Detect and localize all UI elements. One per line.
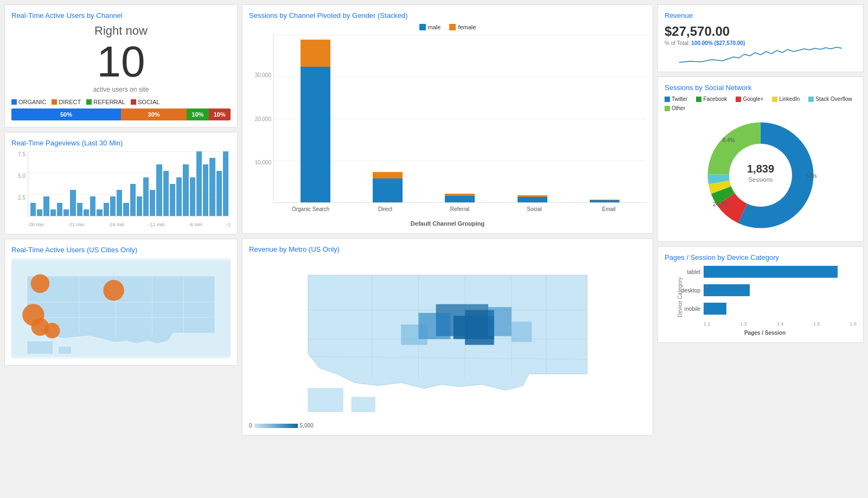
twitter-label: Twitter: [672, 96, 687, 102]
legend-male: male: [419, 24, 441, 30]
bar-organic-male: [301, 67, 330, 202]
direct-label: DIRECT: [59, 99, 81, 105]
pageview-bar: [37, 209, 42, 216]
referral-label: REFERRAL: [93, 99, 125, 105]
device-x-label: Pages / Session: [673, 330, 857, 336]
tick-14: 1.4: [777, 321, 784, 327]
direct-bar: 30%: [121, 108, 187, 120]
revenue-sparkline: [665, 46, 857, 65]
pageview-bar: [130, 184, 136, 216]
metro-legend-min: 0: [249, 423, 252, 429]
device-bar-outer-mobile: [704, 303, 857, 315]
social-dot: [131, 99, 136, 105]
bar-organic: [299, 40, 332, 202]
legend-organic: ORGANIC: [11, 99, 46, 105]
pageview-bar: [104, 203, 109, 216]
pageview-bar: [57, 203, 62, 216]
pageview-bar: [183, 164, 188, 216]
sessions-card: Sessions by Channel Pivoted by Gender (S…: [242, 4, 653, 234]
sessions-yaxis: 30,000 20,000 10,000: [249, 35, 273, 203]
social-title: Sessions by Social Network: [665, 84, 857, 92]
pageview-bar: [203, 164, 208, 216]
pageview-bar: [190, 177, 195, 216]
x-direct: Direct: [348, 206, 422, 212]
device-row-mobile: mobile: [673, 303, 857, 315]
x-label-6: -6 min: [189, 222, 202, 227]
dashboard: Real-Time Active Users by Channel Right …: [0, 0, 868, 449]
left-column: Real-Time Active Users by Channel Right …: [4, 4, 238, 436]
y-label-75: 7.5: [11, 151, 25, 157]
active-users-card: Real-Time Active Users by Channel Right …: [4, 4, 238, 127]
pageviews-chart-area: [28, 151, 231, 216]
pageviews-chart: 7.5 5.0 2.5 -26 min -21 min: [11, 151, 231, 227]
map-container: [11, 258, 231, 359]
facebook-dot: [696, 97, 701, 102]
bar-email-male: [590, 200, 620, 202]
pageview-bar: [209, 158, 215, 216]
revenue-sub: % of Total: 100.00% ($27,570.00): [665, 40, 857, 46]
bar-direct: [372, 172, 404, 202]
device-bar-desktop: [704, 284, 750, 296]
googleplus-dot: [736, 97, 741, 102]
legend-social: SOCIAL: [131, 99, 159, 105]
legend-direct: DIRECT: [52, 99, 81, 105]
facebook-label: Facebook: [703, 96, 727, 102]
donut-sessions-label: Sessions: [749, 176, 773, 183]
svg-rect-25: [488, 307, 512, 336]
device-bar-outer-desktop: [704, 284, 857, 296]
pageview-bar: [123, 203, 129, 216]
stackoverflow-label: Stack Overflow: [815, 96, 852, 102]
pageview-bar: [143, 177, 149, 216]
referral-dot: [86, 99, 92, 105]
bar-email: [588, 200, 621, 202]
bar-organic-female: [301, 40, 330, 67]
x-label-11: -11 min: [149, 222, 165, 227]
direct-dot: [52, 99, 57, 105]
pct-other: 24.7%: [713, 201, 728, 207]
pageview-bar: [150, 190, 155, 216]
right-column: Revenue $27,570.00 % of Total: 100.00% (…: [658, 4, 864, 436]
pageviews-xaxis: -26 min -21 min -16 min -11 min -6 min -…: [28, 218, 231, 227]
y-label-25: 2.5: [11, 195, 25, 201]
legend-referral: REFERRAL: [86, 99, 125, 105]
donut-chart: 1,839 Sessions 57% 8.4% 24.7%: [701, 116, 820, 235]
sessions-chart-area: 30,000 20,000 10,000: [249, 35, 646, 219]
social-label: SOCIAL: [138, 99, 159, 105]
sessions-legend: male female: [249, 24, 646, 30]
metro-legend-bar: [254, 424, 298, 428]
pageview-bar: [117, 190, 122, 216]
x-label-16: -16 min: [108, 222, 124, 227]
pageview-bar: [170, 184, 175, 216]
sessions-x-title: Default Channel Grouping: [249, 220, 646, 227]
svg-point-11: [44, 323, 60, 339]
pageviews-bars: [30, 151, 228, 216]
map-title: Real-Time Active Users (US Cities Only): [11, 246, 231, 254]
tick-12: 1.2: [704, 321, 711, 327]
male-dot: [419, 24, 426, 30]
x-social: Social: [497, 206, 571, 212]
device-title: Pages / Session by Device Category: [665, 253, 857, 261]
y-10k-val: 10,000: [249, 159, 271, 165]
map-card: Real-Time Active Users (US Cities Only): [4, 239, 238, 366]
pageviews-card: Real-Time Pageviews (Last 30 Min) 7.5 5.…: [4, 132, 238, 234]
pct-googleplus: 8.4%: [723, 137, 735, 143]
revenue-card: Revenue $27,570.00 % of Total: 100.00% (…: [658, 4, 864, 72]
svg-point-7: [31, 274, 50, 293]
device-axis-ticks: 1.2 1.3 1.4 1.5 1.6: [673, 321, 857, 327]
y-20k-val: 20,000: [249, 116, 271, 122]
pageviews-yaxis: 7.5 5.0 2.5: [11, 151, 28, 216]
pageview-bar: [63, 209, 69, 216]
y-30k-val: 30,000: [249, 72, 271, 78]
donut-number: 1,839: [747, 163, 774, 175]
metro-title: Revenue by Metro (US Only): [249, 245, 646, 253]
revenue-sub-label: % of Total:: [665, 40, 690, 46]
other-dot: [665, 106, 670, 111]
pct-twitter: 57%: [806, 173, 817, 179]
revenue-sub-value: 100.00% ($27,570.00): [691, 40, 745, 46]
pageview-bar: [223, 151, 228, 216]
referral-bar: 10%: [187, 108, 208, 120]
bar-direct-female: [373, 172, 403, 178]
bar-referral-male: [445, 196, 475, 202]
active-users-number: 10: [11, 40, 231, 84]
linkedin-label: LinkedIn: [779, 96, 800, 102]
